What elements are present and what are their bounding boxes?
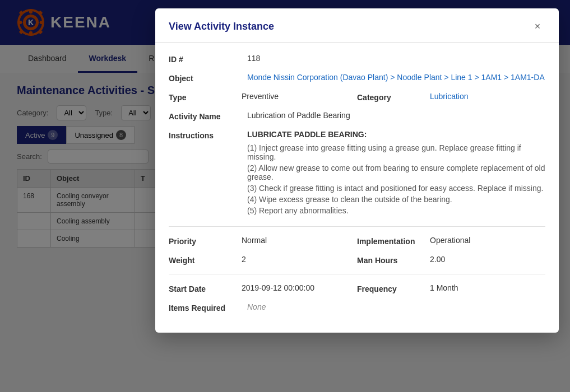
field-label-frequency: Frequency <box>357 283 430 293</box>
instructions-block: LUBRICATE PADDLE BEARING: (1) Inject gre… <box>247 130 545 217</box>
instruction-line-2: (2) Allow new grease to come out from be… <box>247 164 545 181</box>
field-value-category: Lubrication <box>430 92 545 101</box>
field-half-priority: Priority Normal <box>169 236 357 246</box>
modal-close-button[interactable]: × <box>530 18 545 34</box>
field-value-activity-name: Lubrication of Paddle Bearing <box>247 111 545 120</box>
field-half-frequency: Frequency 1 Month <box>357 283 545 293</box>
instructions-title: LUBRICATE PADDLE BEARING: <box>247 130 545 139</box>
instruction-line-1: (1) Inject grease into grease fitting us… <box>247 143 545 161</box>
field-value-priority: Normal <box>242 236 357 245</box>
field-half-weight: Weight 2 <box>169 255 357 265</box>
field-label-category: Category <box>357 92 430 102</box>
field-row-items-required: Items Required None <box>169 302 545 312</box>
field-half-man-hours: Man Hours 2.00 <box>357 255 545 265</box>
field-value-implementation: Operational <box>430 236 545 245</box>
field-row-instructions: Instructions LUBRICATE PADDLE BEARING: (… <box>169 130 545 217</box>
field-row-type-category: Type Preventive Category Lubrication <box>169 92 545 102</box>
field-value-id: 118 <box>247 54 545 63</box>
field-half-type: Type Preventive <box>169 92 357 102</box>
field-half-category: Category Lubrication <box>357 92 545 102</box>
field-label-activity-name: Activity Name <box>169 111 247 121</box>
divider-1 <box>169 226 545 227</box>
field-half-start-date: Start Date 2019-09-12 00:00:00 <box>169 283 357 293</box>
field-value-start-date: 2019-09-12 00:00:00 <box>242 283 357 292</box>
field-half-implementation: Implementation Operational <box>357 236 545 246</box>
field-value-object: Monde Nissin Corporation (Davao Plant) >… <box>247 73 545 82</box>
field-row-startdate-freq: Start Date 2019-09-12 00:00:00 Frequency… <box>169 283 545 293</box>
field-value-frequency: 1 Month <box>430 283 545 292</box>
field-label-id: ID # <box>169 54 247 64</box>
field-label-weight: Weight <box>169 255 242 265</box>
field-value-weight: 2 <box>242 255 357 264</box>
field-row-activity-name: Activity Name Lubrication of Paddle Bear… <box>169 111 545 121</box>
field-label-object: Object <box>169 73 247 83</box>
field-label-start-date: Start Date <box>169 283 242 293</box>
modal-title: View Activity Instance <box>169 21 274 32</box>
modal-header: View Activity Instance × <box>155 8 559 43</box>
field-label-instructions: Instructions <box>169 130 247 140</box>
instruction-line-4: (4) Wipe excess grease to clean the outs… <box>247 195 545 204</box>
instruction-line-5: (5) Report any abnormalities. <box>247 206 545 215</box>
modal-overlay: View Activity Instance × ID # 118 Object… <box>0 0 570 392</box>
field-row-weight-manhours: Weight 2 Man Hours 2.00 <box>169 255 545 265</box>
field-row-object: Object Monde Nissin Corporation (Davao P… <box>169 73 545 83</box>
instruction-line-3: (3) Check if grease fitting is intact an… <box>247 184 545 193</box>
field-row-id: ID # 118 <box>169 54 545 64</box>
field-label-implementation: Implementation <box>357 236 430 246</box>
modal-body: ID # 118 Object Monde Nissin Corporation… <box>155 43 559 333</box>
divider-2 <box>169 274 545 274</box>
field-value-man-hours: 2.00 <box>430 255 545 264</box>
modal: View Activity Instance × ID # 118 Object… <box>155 8 559 333</box>
field-label-items-required: Items Required <box>169 302 247 312</box>
field-row-priority-impl: Priority Normal Implementation Operation… <box>169 236 545 246</box>
field-value-type: Preventive <box>242 92 357 101</box>
field-value-items-required: None <box>247 302 545 311</box>
field-label-type: Type <box>169 92 242 102</box>
field-label-priority: Priority <box>169 236 242 246</box>
field-label-man-hours: Man Hours <box>357 255 430 265</box>
